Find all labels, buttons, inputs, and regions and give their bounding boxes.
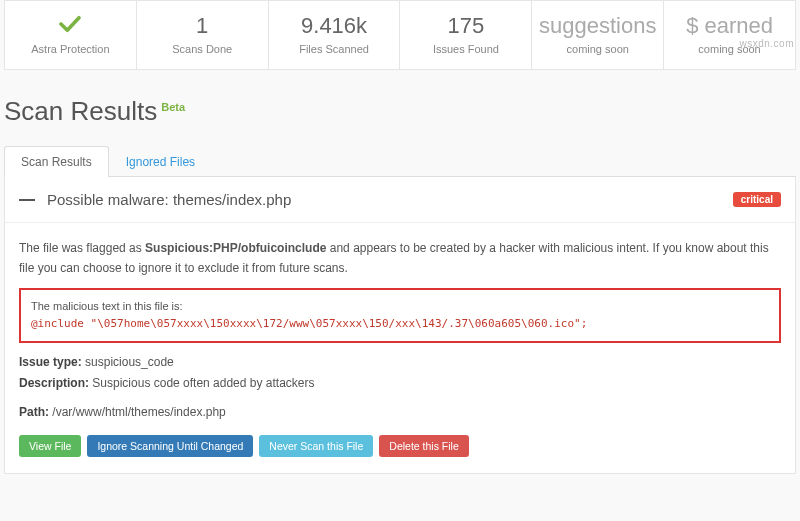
stat-issues-found-value: 175 bbox=[404, 13, 527, 39]
stat-files-scanned-value: 9.416k bbox=[273, 13, 396, 39]
stat-earned: $ earned coming soon bbox=[664, 1, 795, 69]
stat-suggestions-label: coming soon bbox=[536, 43, 659, 55]
stat-scans-done: 1 Scans Done bbox=[137, 1, 269, 69]
stat-earned-value: $ earned bbox=[668, 13, 791, 39]
stat-scans-done-label: Scans Done bbox=[141, 43, 264, 55]
meta-description-key: Description: bbox=[19, 376, 89, 390]
stat-issues-found: 175 Issues Found bbox=[400, 1, 532, 69]
stat-suggestions-value: suggestions bbox=[536, 13, 659, 39]
stat-scans-done-value: 1 bbox=[141, 13, 264, 39]
stat-issues-found-label: Issues Found bbox=[404, 43, 527, 55]
panel-scan-results: Possible malware: themes/index.php criti… bbox=[4, 177, 796, 473]
issue-desc-prefix: The file was flagged as bbox=[19, 241, 145, 255]
meta-description: Description: Suspicious code often added… bbox=[19, 374, 781, 393]
delete-file-button[interactable]: Delete this File bbox=[379, 435, 468, 457]
issue-description: The file was flagged as Suspicious:PHP/o… bbox=[19, 239, 781, 277]
watermark: wsxdn.com bbox=[739, 38, 794, 49]
stat-files-scanned: 9.416k Files Scanned bbox=[269, 1, 401, 69]
meta-path-key: Path: bbox=[19, 405, 49, 419]
never-scan-button[interactable]: Never Scan this File bbox=[259, 435, 373, 457]
malicious-code-box: The malicious text in this file is: @inc… bbox=[19, 288, 781, 343]
issue-body: The file was flagged as Suspicious:PHP/o… bbox=[5, 223, 795, 472]
meta-path-value: /var/www/html/themes/index.php bbox=[49, 405, 226, 419]
malicious-code: @include "\057home\057xxxx\150xxxx\172/w… bbox=[31, 315, 769, 333]
stat-suggestions: suggestions coming soon bbox=[532, 1, 664, 69]
tab-scan-results[interactable]: Scan Results bbox=[4, 146, 109, 177]
issue-title: Possible malware: themes/index.php bbox=[47, 191, 291, 208]
tab-ignored-files[interactable]: Ignored Files bbox=[109, 146, 212, 177]
meta-description-value: Suspicious code often added by attackers bbox=[89, 376, 314, 390]
ignore-scanning-button[interactable]: Ignore Scanning Until Changed bbox=[87, 435, 253, 457]
issue-header[interactable]: Possible malware: themes/index.php criti… bbox=[5, 177, 795, 223]
meta-issue-type: Issue type: suspicious_code bbox=[19, 353, 781, 372]
beta-badge: Beta bbox=[161, 101, 185, 113]
page-title-text: Scan Results bbox=[4, 96, 157, 126]
stats-bar: Astra Protection 1 Scans Done 9.416k Fil… bbox=[4, 0, 796, 70]
check-icon bbox=[9, 13, 132, 39]
page-title: Scan ResultsBeta bbox=[4, 96, 796, 127]
malicious-label: The malicious text in this file is: bbox=[31, 298, 769, 316]
stat-protection: Astra Protection bbox=[5, 1, 137, 69]
tabs: Scan Results Ignored Files bbox=[4, 145, 796, 177]
stat-files-scanned-label: Files Scanned bbox=[273, 43, 396, 55]
meta-issue-type-value: suspicious_code bbox=[82, 355, 174, 369]
view-file-button[interactable]: View File bbox=[19, 435, 81, 457]
meta-path: Path: /var/www/html/themes/index.php bbox=[19, 403, 781, 422]
issue-desc-flag: Suspicious:PHP/obfuicoinclude bbox=[145, 241, 326, 255]
issue-meta: Issue type: suspicious_code Description:… bbox=[19, 353, 781, 423]
collapse-icon[interactable] bbox=[19, 199, 35, 201]
stat-protection-label: Astra Protection bbox=[9, 43, 132, 55]
issue-actions: View File Ignore Scanning Until Changed … bbox=[19, 435, 781, 457]
status-badge: critical bbox=[733, 192, 781, 207]
meta-issue-type-key: Issue type: bbox=[19, 355, 82, 369]
